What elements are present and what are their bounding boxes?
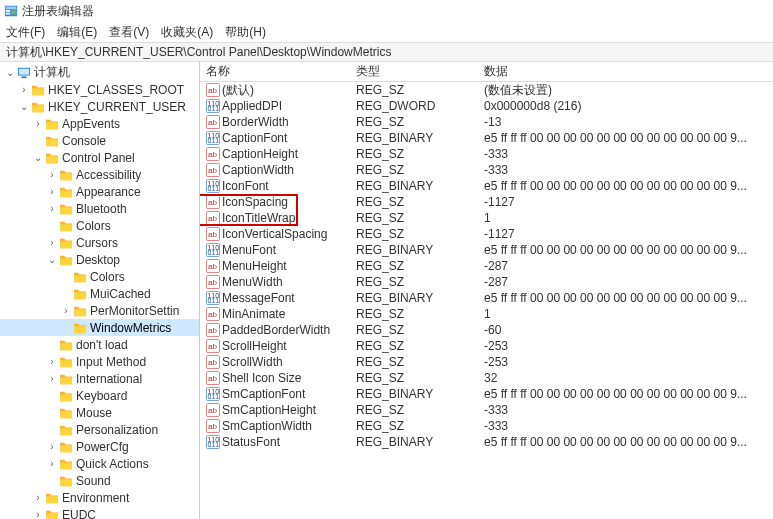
chevron-right-icon[interactable]: › <box>18 84 30 95</box>
value-row[interactable]: 110011StatusFontREG_BINARYe5 ff ff ff 00… <box>200 434 773 450</box>
chevron-right-icon[interactable]: › <box>46 203 58 214</box>
value-row[interactable]: abIconTitleWrapREG_SZ1 <box>200 210 773 226</box>
tree-item[interactable]: ›EUDC <box>0 506 199 519</box>
chevron-down-icon[interactable]: ⌄ <box>18 101 30 112</box>
chevron-right-icon[interactable]: › <box>46 441 58 452</box>
value-row[interactable]: 110011AppliedDPIREG_DWORD0x000000d8 (216… <box>200 98 773 114</box>
chevron-right-icon[interactable]: › <box>46 169 58 180</box>
value-row[interactable]: abSmCaptionHeightREG_SZ-333 <box>200 402 773 418</box>
tree-item[interactable]: MuiCached <box>0 285 199 302</box>
tree-item[interactable]: Colors <box>0 217 199 234</box>
chevron-right-icon[interactable]: › <box>46 186 58 197</box>
value-type: REG_BINARY <box>350 435 478 449</box>
value-type: REG_SZ <box>350 195 478 209</box>
value-row[interactable]: abScrollHeightREG_SZ-253 <box>200 338 773 354</box>
tree-item[interactable]: ›PowerCfg <box>0 438 199 455</box>
value-data: -60 <box>478 323 773 337</box>
tree-item[interactable]: ⌄计算机 <box>0 64 199 81</box>
value-list[interactable]: 名称 类型 数据 ab(默认)REG_SZ(数值未设置)110011Applie… <box>200 62 773 519</box>
value-row[interactable]: 110011MessageFontREG_BINARYe5 ff ff ff 0… <box>200 290 773 306</box>
col-name[interactable]: 名称 <box>200 63 350 80</box>
tree-item[interactable]: ›International <box>0 370 199 387</box>
key-tree[interactable]: ⌄计算机›HKEY_CLASSES_ROOT⌄HKEY_CURRENT_USER… <box>0 62 200 519</box>
chevron-right-icon[interactable]: › <box>46 237 58 248</box>
tree-item[interactable]: ⌄HKEY_CURRENT_USER <box>0 98 199 115</box>
value-row[interactable]: abShell Icon SizeREG_SZ32 <box>200 370 773 386</box>
chevron-down-icon[interactable]: ⌄ <box>46 254 58 265</box>
tree-item[interactable]: Console <box>0 132 199 149</box>
value-name: MenuFont <box>222 243 276 257</box>
tree-item[interactable]: ›Cursors <box>0 234 199 251</box>
col-data[interactable]: 数据 <box>478 63 773 80</box>
value-name: MinAnimate <box>222 307 285 321</box>
value-name: BorderWidth <box>222 115 289 129</box>
value-row[interactable]: 110011CaptionFontREG_BINARYe5 ff ff ff 0… <box>200 130 773 146</box>
chevron-down-icon[interactable]: ⌄ <box>4 67 16 78</box>
chevron-right-icon[interactable]: › <box>46 356 58 367</box>
tree-item[interactable]: Mouse <box>0 404 199 421</box>
value-name: ScrollHeight <box>222 339 287 353</box>
tree-item-label: EUDC <box>62 508 96 520</box>
value-data: -1127 <box>478 227 773 241</box>
chevron-right-icon[interactable]: › <box>32 509 44 519</box>
tree-item[interactable]: Personalization <box>0 421 199 438</box>
chevron-right-icon[interactable]: › <box>32 492 44 503</box>
tree-item-label: Appearance <box>76 185 141 199</box>
col-type[interactable]: 类型 <box>350 63 478 80</box>
value-row[interactable]: abScrollWidthREG_SZ-253 <box>200 354 773 370</box>
value-row[interactable]: abMinAnimateREG_SZ1 <box>200 306 773 322</box>
tree-item[interactable]: WindowMetrics <box>0 319 199 336</box>
svg-text:ab: ab <box>208 406 217 415</box>
tree-item[interactable]: ›PerMonitorSettin <box>0 302 199 319</box>
value-type: REG_BINARY <box>350 387 478 401</box>
value-type: REG_SZ <box>350 211 478 225</box>
tree-item[interactable]: Sound <box>0 472 199 489</box>
value-row[interactable]: 110011IconFontREG_BINARYe5 ff ff ff 00 0… <box>200 178 773 194</box>
value-row[interactable]: ab(默认)REG_SZ(数值未设置) <box>200 82 773 98</box>
value-row[interactable]: abCaptionHeightREG_SZ-333 <box>200 146 773 162</box>
menu-favorites[interactable]: 收藏夹(A) <box>161 24 213 41</box>
value-data: e5 ff ff ff 00 00 00 00 00 00 00 00 00 0… <box>478 131 773 145</box>
menu-bar: 文件(F) 编辑(E) 查看(V) 收藏夹(A) 帮助(H) <box>0 22 773 42</box>
value-data: -333 <box>478 147 773 161</box>
address-bar[interactable]: 计算机\HKEY_CURRENT_USER\Control Panel\Desk… <box>0 42 773 62</box>
tree-item[interactable]: ›Appearance <box>0 183 199 200</box>
chevron-right-icon[interactable]: › <box>60 305 72 316</box>
tree-item[interactable]: don't load <box>0 336 199 353</box>
value-row[interactable]: 110011MenuFontREG_BINARYe5 ff ff ff 00 0… <box>200 242 773 258</box>
chevron-right-icon[interactable]: › <box>46 373 58 384</box>
chevron-down-icon[interactable]: ⌄ <box>32 152 44 163</box>
value-row[interactable]: abSmCaptionWidthREG_SZ-333 <box>200 418 773 434</box>
tree-item[interactable]: ›Quick Actions <box>0 455 199 472</box>
tree-item[interactable]: ⌄Desktop <box>0 251 199 268</box>
svg-text:ab: ab <box>208 422 217 431</box>
value-row[interactable]: abPaddedBorderWidthREG_SZ-60 <box>200 322 773 338</box>
tree-item[interactable]: ›Bluetooth <box>0 200 199 217</box>
string-value-icon: ab <box>206 195 220 209</box>
chevron-right-icon[interactable]: › <box>46 458 58 469</box>
svg-rect-7 <box>21 76 26 78</box>
tree-item[interactable]: ⌄Control Panel <box>0 149 199 166</box>
tree-item[interactable]: ›Input Method <box>0 353 199 370</box>
value-row[interactable]: abBorderWidthREG_SZ-13 <box>200 114 773 130</box>
menu-help[interactable]: 帮助(H) <box>225 24 266 41</box>
tree-item[interactable]: Keyboard <box>0 387 199 404</box>
tree-item[interactable]: ›Accessibility <box>0 166 199 183</box>
value-row[interactable]: abIconVerticalSpacingREG_SZ-1127 <box>200 226 773 242</box>
value-row[interactable]: abMenuHeightREG_SZ-287 <box>200 258 773 274</box>
value-row[interactable]: abIconSpacingREG_SZ-1127 <box>200 194 773 210</box>
menu-edit[interactable]: 编辑(E) <box>57 24 97 41</box>
value-row[interactable]: abCaptionWidthREG_SZ-333 <box>200 162 773 178</box>
tree-item[interactable]: ›HKEY_CLASSES_ROOT <box>0 81 199 98</box>
value-type: REG_SZ <box>350 403 478 417</box>
tree-item[interactable]: Colors <box>0 268 199 285</box>
menu-file[interactable]: 文件(F) <box>6 24 45 41</box>
menu-view[interactable]: 查看(V) <box>109 24 149 41</box>
svg-text:011: 011 <box>208 297 220 304</box>
chevron-right-icon[interactable]: › <box>32 118 44 129</box>
tree-item[interactable]: ›AppEvents <box>0 115 199 132</box>
value-row[interactable]: 110011SmCaptionFontREG_BINARYe5 ff ff ff… <box>200 386 773 402</box>
value-row[interactable]: abMenuWidthREG_SZ-287 <box>200 274 773 290</box>
tree-item[interactable]: ›Environment <box>0 489 199 506</box>
binary-value-icon: 110011 <box>206 387 220 401</box>
